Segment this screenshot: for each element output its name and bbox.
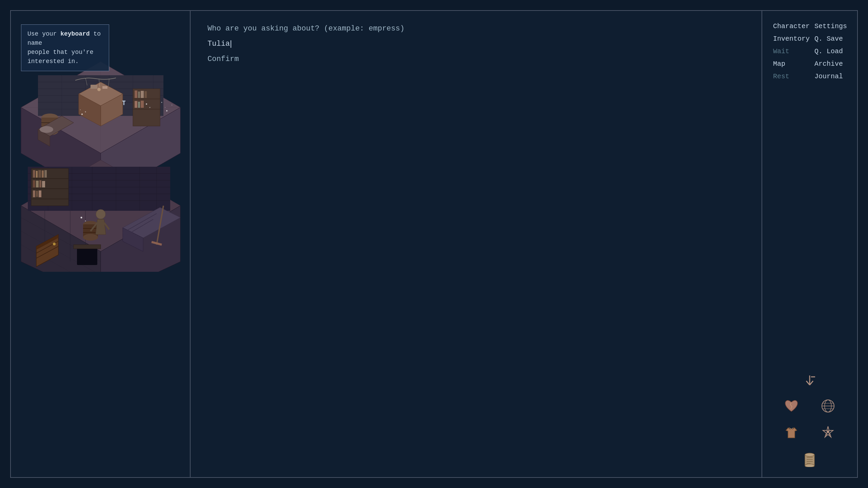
room-bottom-svg <box>18 150 184 272</box>
svg-rect-36 <box>135 101 137 108</box>
tooltip-bold: keyboard <box>60 30 90 37</box>
star-person-icon[interactable] <box>820 424 836 441</box>
svg-rect-22 <box>102 86 107 89</box>
svg-point-41 <box>40 126 53 133</box>
menu-character[interactable]: Character <box>772 21 810 32</box>
game-window: Use your keyboard to namepeople that you… <box>10 10 858 478</box>
armor-icon[interactable] <box>783 424 800 441</box>
svg-rect-78 <box>36 171 38 178</box>
svg-point-47 <box>150 107 151 108</box>
svg-rect-83 <box>36 181 39 187</box>
menu-panel: Character Settings Inventory Q. Save Wai… <box>762 11 857 477</box>
globe-icon[interactable] <box>820 398 836 414</box>
svg-rect-80 <box>42 170 44 178</box>
game-view-panel: Use your keyboard to namepeople that you… <box>11 11 191 477</box>
svg-point-131 <box>805 464 814 467</box>
icons-row-1 <box>783 398 836 414</box>
menu-quicksave[interactable]: Q. Save <box>814 34 848 44</box>
svg-point-100 <box>83 234 98 241</box>
icons-row-3 <box>802 451 818 467</box>
svg-rect-86 <box>33 190 35 197</box>
menu-wait: Wait <box>772 46 810 57</box>
menu-grid: Character Settings Inventory Q. Save Wai… <box>772 21 847 82</box>
svg-point-48 <box>161 102 162 103</box>
svg-point-126 <box>827 430 829 433</box>
menu-settings[interactable]: Settings <box>814 21 848 32</box>
menu-rest: Rest <box>772 71 810 82</box>
svg-rect-85 <box>42 181 45 187</box>
svg-marker-106 <box>96 219 106 235</box>
svg-text:T: T <box>122 99 126 106</box>
icons-section <box>772 374 847 467</box>
svg-rect-88 <box>39 190 41 197</box>
svg-rect-81 <box>44 170 47 178</box>
svg-rect-32 <box>135 90 137 98</box>
svg-point-49 <box>165 107 165 108</box>
svg-rect-35 <box>144 91 147 98</box>
svg-point-44 <box>85 111 86 113</box>
tooltip-prefix: Use your <box>27 30 60 37</box>
svg-rect-79 <box>38 170 41 178</box>
menu-quickload[interactable]: Q. Load <box>814 46 848 57</box>
svg-point-110 <box>85 221 86 222</box>
svg-rect-34 <box>141 91 144 98</box>
icons-row-2 <box>783 424 836 441</box>
arrow-down-icon[interactable] <box>803 374 816 388</box>
text-cursor <box>231 40 231 48</box>
menu-map[interactable]: Map <box>772 59 810 69</box>
svg-rect-77 <box>33 170 35 178</box>
query-prompt: Who are you asking about? (example: empr… <box>208 24 745 33</box>
svg-rect-21 <box>91 85 97 89</box>
svg-rect-38 <box>141 101 144 108</box>
query-input-display[interactable]: Tulia <box>208 40 745 48</box>
menu-inventory[interactable]: Inventory <box>772 34 810 44</box>
svg-point-23 <box>97 88 101 91</box>
room-bottom <box>18 150 184 272</box>
scroll-icon[interactable] <box>802 451 818 467</box>
heart-icon[interactable] <box>783 398 800 414</box>
svg-point-51 <box>172 105 172 105</box>
svg-rect-87 <box>36 191 38 197</box>
menu-journal[interactable]: Journal <box>814 71 848 82</box>
keyboard-tooltip: Use your keyboard to namepeople that you… <box>21 24 109 71</box>
arrow-icon-row <box>803 374 816 388</box>
svg-rect-82 <box>33 180 35 187</box>
svg-point-46 <box>146 103 147 105</box>
query-panel: Who are you asking about? (example: empr… <box>191 11 762 477</box>
svg-point-105 <box>96 209 105 219</box>
svg-point-45 <box>80 109 81 110</box>
confirm-button[interactable]: Confirm <box>208 55 239 63</box>
svg-point-43 <box>81 114 83 115</box>
svg-rect-33 <box>138 92 140 98</box>
svg-rect-37 <box>138 102 140 108</box>
svg-point-50 <box>166 110 167 111</box>
svg-rect-84 <box>39 180 41 187</box>
svg-rect-111 <box>77 246 97 265</box>
input-value: Tulia <box>208 40 230 48</box>
menu-archive[interactable]: Archive <box>814 59 848 69</box>
svg-rect-112 <box>74 245 101 249</box>
svg-point-130 <box>805 453 814 456</box>
svg-point-97 <box>53 243 56 245</box>
svg-point-109 <box>81 217 82 219</box>
